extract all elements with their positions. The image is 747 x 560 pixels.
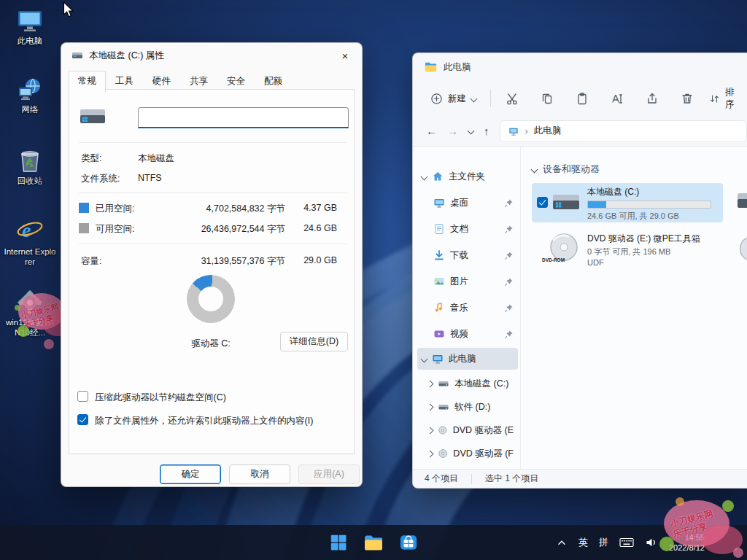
music-icon — [433, 302, 445, 314]
sidebar-item-downloads[interactable]: 下载 — [417, 244, 518, 266]
ok-button[interactable]: 确定 — [160, 464, 221, 484]
copy-button[interactable] — [533, 86, 562, 111]
cut-icon — [506, 92, 519, 105]
tab-hardware[interactable]: 硬件 — [143, 71, 180, 93]
sidebar-item-label: 软件 (D:) — [454, 401, 490, 413]
breadcrumb[interactable]: › 此电脑 — [500, 120, 747, 142]
new-button-label: 新建 — [448, 93, 466, 105]
recent-locations-icon[interactable] — [468, 128, 475, 135]
paste-button[interactable] — [568, 86, 597, 111]
dialog-titlebar[interactable]: 本地磁盘 (C:) 属性 — [61, 43, 362, 68]
plus-circle-icon — [430, 93, 443, 105]
rename-button[interactable] — [603, 86, 632, 111]
new-button[interactable]: 新建 — [423, 86, 484, 111]
start-button[interactable] — [324, 528, 353, 557]
desktop-icon-this-pc[interactable]: 此电脑 — [2, 9, 58, 46]
touch-keyboard-icon[interactable] — [619, 537, 634, 548]
system-tray: 英 拼 14:55 2022/8/12 — [556, 525, 705, 560]
sidebar-item-home[interactable]: 主文件夹 — [417, 166, 518, 187]
cut-button[interactable] — [498, 86, 527, 111]
hard-drive-icon — [736, 187, 747, 215]
sidebar-item-music[interactable]: 音乐 — [417, 297, 518, 319]
sidebar-item-label: 视频 — [450, 328, 468, 341]
compress-checkbox[interactable] — [77, 391, 88, 402]
tab-tools[interactable]: 工具 — [106, 71, 143, 93]
drive-info: 0 字节 可用, 共 196 MB — [587, 246, 670, 257]
content-pane: 设备和驱动器 本地磁盘 (C:) 24.6 GB 可用, 共 29.0 GB — [522, 147, 747, 469]
sidebar-item-label: DVD 驱动器 (F — [453, 448, 514, 460]
drive-tile-local-disk-c[interactable]: 本地磁盘 (C:) 24.6 GB 可用, 共 29.0 GB — [532, 183, 723, 222]
clock[interactable]: 14:55 2022/8/12 — [669, 532, 705, 553]
explorer-titlebar[interactable]: 此电脑 — [413, 53, 747, 81]
sidebar-item-dvd-e[interactable]: DVD 驱动器 (E — [417, 419, 518, 441]
sort-icon — [709, 93, 720, 105]
disc-icon — [438, 424, 448, 436]
tab-security[interactable]: 安全 — [217, 71, 255, 93]
up-icon[interactable]: ↑ — [484, 125, 489, 137]
filesystem-label: 文件系统: — [81, 173, 120, 185]
drive-format: UDF — [587, 258, 604, 267]
sidebar-item-local-disk-c[interactable]: 本地磁盘 (C:) — [417, 373, 518, 394]
section-devices-and-drives[interactable]: 设备和驱动器 — [532, 163, 600, 176]
desktop-icon-network[interactable]: 网络 — [2, 77, 58, 114]
windows-logo-icon — [330, 534, 347, 551]
tab-quota[interactable]: 配额 — [255, 71, 292, 93]
sidebar-item-drive-d[interactable]: 软件 (D:) — [417, 396, 518, 418]
volume-label-input[interactable] — [138, 107, 349, 128]
tab-sharing[interactable]: 共享 — [180, 71, 217, 93]
close-button[interactable]: × — [328, 43, 362, 68]
sidebar-item-label: 音乐 — [450, 302, 468, 314]
sidebar-item-pictures[interactable]: 图片 — [417, 271, 518, 292]
sidebar-item-videos[interactable]: 视频 — [417, 323, 518, 345]
breadcrumb-root[interactable]: 此电脑 — [534, 125, 562, 137]
sort-button[interactable]: 排序 — [703, 86, 747, 111]
cancel-button[interactable]: 取消 — [229, 464, 290, 484]
drive-name: DVD 驱动器 (E:) 微PE工具箱 — [587, 233, 700, 245]
drive-caption: 驱动器 C: — [160, 338, 262, 350]
language-indicator[interactable]: 英 — [578, 536, 588, 549]
video-icon — [433, 328, 445, 340]
sidebar-item-label: 主文件夹 — [449, 171, 485, 183]
pin-icon — [504, 330, 514, 339]
back-icon[interactable]: ← — [426, 125, 437, 137]
type-label: 类型: — [81, 152, 101, 165]
file-explorer-window: 此电脑 新建 — [412, 52, 747, 489]
details-button[interactable]: 详细信息(D) — [280, 332, 348, 351]
drive-tile-dvd-e[interactable]: DVD-ROM DVD 驱动器 (E:) 微PE工具箱 0 字节 可用, 共 1… — [532, 228, 723, 271]
sidebar-item-this-pc[interactable]: 此电脑 — [417, 348, 518, 370]
taskbar-file-explorer[interactable] — [359, 528, 388, 557]
desktop-icon-recycle-bin[interactable]: 回收站 — [2, 147, 58, 186]
index-checkbox-label: 除了文件属性外，还允许索引此驱动器上文件的内容(I) — [95, 415, 313, 427]
index-checkbox[interactable] — [77, 414, 88, 425]
filesystem-value: NTFS — [138, 173, 162, 183]
hidden-icons-chevron-icon[interactable] — [556, 537, 568, 548]
usage-bar-fill — [588, 201, 606, 208]
picture-icon — [433, 276, 445, 287]
selection-checkbox[interactable] — [537, 197, 548, 208]
sidebar-item-desktop[interactable]: 桌面 — [417, 192, 518, 214]
tab-general[interactable]: 常规 — [69, 71, 106, 93]
sidebar-item-label: DVD 驱动器 (E — [453, 424, 514, 437]
this-pc-icon — [16, 9, 44, 34]
desktop-icon-win11-restore[interactable]: win11恢复WIN10经... — [2, 290, 58, 338]
sidebar-item-dvd-f[interactable]: DVD 驱动器 (F — [417, 443, 518, 464]
share-button[interactable] — [638, 86, 667, 111]
address-bar: ← → ↑ › 此电脑 — [413, 116, 747, 147]
rename-icon — [611, 92, 624, 105]
copy-icon — [541, 92, 554, 105]
capacity-label: 容量: — [81, 255, 101, 268]
delete-button[interactable] — [673, 86, 702, 111]
forward-icon[interactable]: → — [447, 125, 458, 137]
item-count: 4 个项目 — [425, 472, 458, 485]
capacity-bytes: 31,139,557,376 字节 — [138, 255, 285, 268]
apply-button[interactable]: 应用(A) — [298, 464, 360, 484]
recycle-bin-icon — [18, 147, 42, 174]
ime-indicator[interactable]: 拼 — [599, 536, 608, 549]
desktop-icon-internet-explorer[interactable]: e Internet Explorer — [2, 217, 58, 267]
chevron-down-icon — [531, 166, 538, 173]
drive-icon — [438, 401, 449, 413]
taskbar-store-app[interactable] — [394, 528, 423, 557]
volume-icon[interactable] — [645, 537, 658, 548]
sidebar-item-documents[interactable]: 文档 — [417, 218, 518, 240]
tray-time: 14:55 — [669, 532, 705, 542]
